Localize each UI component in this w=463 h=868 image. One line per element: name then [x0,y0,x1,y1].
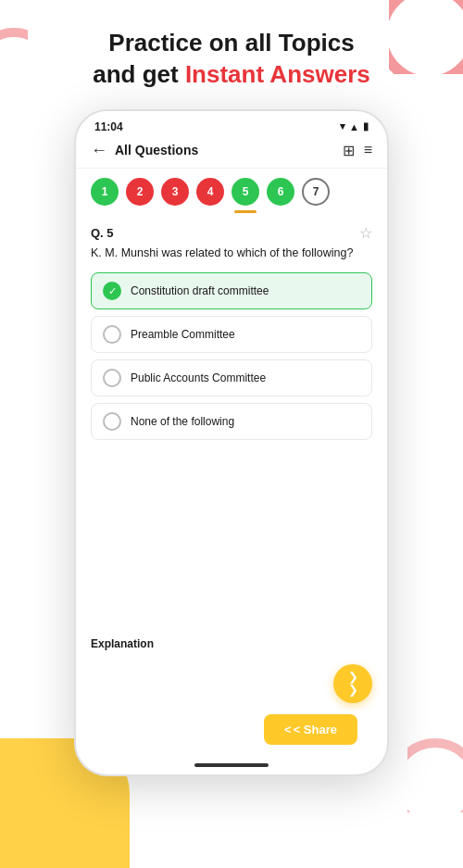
header-line1: Practice on all Topics [108,29,354,57]
question-tabs: 1 2 3 4 5 6 7 [76,169,387,215]
status-icons: ▾ ▲ ▮ [340,120,369,132]
phone-mockup: 11:04 ▾ ▲ ▮ ← All Questions ⊞ ≡ 1 2 3 4 … [74,109,389,776]
options-list: ✓ Constitution draft committee Preamble … [91,272,372,440]
nav-title: All Questions [115,143,198,157]
option-a-check: ✓ [103,282,121,300]
chevron-down-icon: ❯❯ [348,671,358,696]
question-section: Q. 5 ☆ K. M. Munshi was related to which… [76,215,387,627]
q-tab-5[interactable]: 5 [232,178,259,206]
battery-icon: ▮ [363,120,369,132]
header-title: Practice on all Topics and get Instant A… [37,28,426,91]
option-b[interactable]: Preamble Committee [91,316,372,353]
option-a-text: Constitution draft committee [131,284,269,297]
menu-icon[interactable]: ≡ [364,142,372,158]
question-text: K. M. Munshi was related to which of the… [91,245,372,262]
option-c[interactable]: Public Accounts Committee [91,359,372,396]
decoration-bottom-right [407,738,463,812]
scroll-down-fab[interactable]: ❯❯ [333,664,372,703]
header-line2: and get [93,60,185,88]
signal-icon: ▲ [349,121,359,132]
share-icon: < [284,723,292,736]
header-highlight: Instant Answers [185,60,370,88]
option-d-text: None of the following [131,415,234,428]
bottom-area: ❯❯ [76,657,387,714]
question-header: Q. 5 ☆ [91,224,372,242]
translate-icon[interactable]: ⊞ [343,142,355,159]
share-label: < Share [294,723,337,736]
share-button[interactable]: < < Share [264,714,357,745]
share-area: < < Share [76,714,387,760]
back-button[interactable]: ← [91,141,107,160]
q-tab-7[interactable]: 7 [302,178,330,206]
status-time: 11:04 [94,120,123,133]
nav-right: ⊞ ≡ [343,142,372,159]
option-b-radio [103,325,121,344]
q-tab-3[interactable]: 3 [161,178,189,206]
star-icon[interactable]: ☆ [359,224,372,242]
option-b-text: Preamble Committee [131,328,235,341]
explanation-section: Explanation [76,627,387,657]
home-indicator [194,763,269,767]
nav-bar: ← All Questions ⊞ ≡ [76,137,387,169]
q-tab-6[interactable]: 6 [267,178,294,206]
option-c-radio [103,369,121,387]
option-a[interactable]: ✓ Constitution draft committee [91,272,372,309]
status-bar: 11:04 ▾ ▲ ▮ [76,111,387,137]
q-tab-2[interactable]: 2 [126,178,154,206]
q-tab-1[interactable]: 1 [91,178,119,206]
option-d[interactable]: None of the following [91,403,372,440]
option-d-radio [103,412,121,431]
explanation-label: Explanation [91,637,154,650]
q-tab-4[interactable]: 4 [196,178,224,206]
question-number: Q. 5 [91,226,114,240]
option-c-text: Public Accounts Committee [131,371,266,384]
header-section: Practice on all Topics and get Instant A… [0,0,463,109]
nav-left: ← All Questions [91,141,198,160]
wifi-icon: ▾ [340,120,345,132]
